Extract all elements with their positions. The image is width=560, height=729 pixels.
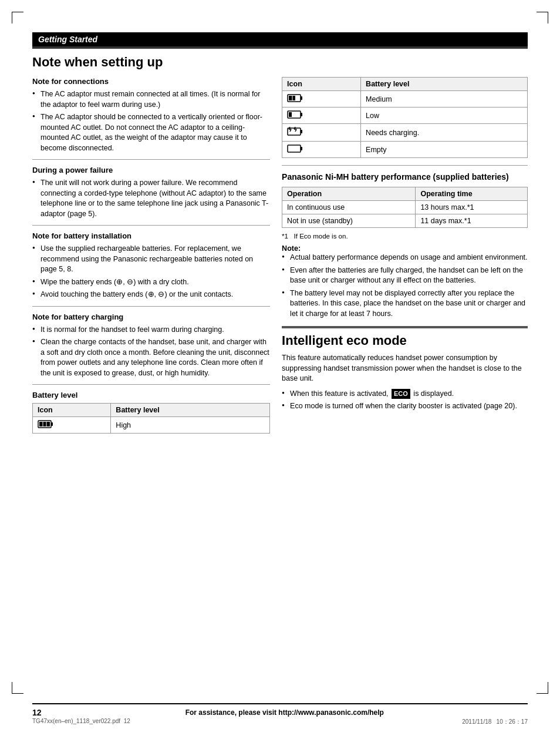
table-row: Medium bbox=[282, 91, 528, 107]
panasonic-heading: Panasonic Ni-MH battery performance (sup… bbox=[282, 172, 528, 182]
ops-row-continuous: In continuous use bbox=[282, 201, 416, 214]
list-item: It is normal for the handset to feel war… bbox=[32, 325, 270, 335]
eco-badge: ECO bbox=[392, 389, 410, 399]
battery-icon-cell bbox=[282, 91, 361, 107]
eco-mode-title: Intelligent eco mode bbox=[282, 333, 528, 348]
list-item: Even after the batteries are fully charg… bbox=[282, 266, 528, 286]
table-row: Needs charging. bbox=[282, 124, 528, 142]
table-row: Not in use (standby) 11 days max.*1 bbox=[282, 214, 528, 228]
corner-mark-br bbox=[537, 682, 548, 694]
operations-table: Operation Operating time In continuous u… bbox=[282, 187, 528, 228]
battery-high-icon bbox=[38, 419, 54, 429]
note-heading: Note: bbox=[282, 244, 528, 253]
battery-medium-icon bbox=[287, 93, 303, 103]
battery-icon-cell bbox=[33, 417, 111, 434]
footnote: *1 If Eco mode is on. bbox=[282, 233, 528, 240]
ops-time-standby: 11 days max.*1 bbox=[416, 214, 528, 228]
note-connections-heading: Note for connections bbox=[32, 77, 270, 86]
svg-rect-2 bbox=[39, 422, 50, 426]
page-container: Getting Started Note when setting up Not… bbox=[0, 0, 560, 729]
ops-row-standby: Not in use (standby) bbox=[282, 214, 416, 228]
footer-text: For assistance, please visit http://www.… bbox=[42, 708, 528, 717]
list-item: Clean the charge contacts of the handset… bbox=[32, 337, 270, 378]
battery-icon-cell bbox=[282, 124, 361, 142]
left-column: Note for connections The AC adaptor must… bbox=[32, 77, 270, 441]
power-failure-list: The unit will not work during a power fa… bbox=[32, 178, 270, 219]
page-number: 12 bbox=[32, 708, 42, 717]
battery-charging-list: It is normal for the handset to feel war… bbox=[32, 325, 270, 379]
print-footer: TG47xx(en–en)_1118_ver022.pdf 12 2011/11… bbox=[32, 718, 528, 726]
battery-charging-heading: Note for battery charging bbox=[32, 313, 270, 321]
table-header-level: Battery level bbox=[361, 78, 528, 91]
divider bbox=[32, 159, 270, 160]
divider bbox=[32, 384, 270, 385]
table-header-icon: Icon bbox=[33, 404, 111, 417]
battery-level-low: Low bbox=[361, 107, 528, 124]
battery-level-high: High bbox=[111, 417, 270, 434]
print-footer-left: TG47xx(en–en)_1118_ver022.pdf 12 bbox=[32, 718, 130, 726]
list-item: The AC adaptor must remain connected at … bbox=[32, 89, 270, 110]
table-row: High bbox=[33, 417, 270, 434]
list-item: Avoid touching the battery ends (⊕, ⊖) o… bbox=[32, 290, 270, 300]
battery-install-heading: Note for battery installation bbox=[32, 231, 270, 240]
table-header-level: Battery level bbox=[111, 404, 270, 417]
section-header-text: Getting Started bbox=[38, 35, 97, 44]
section-header: Getting Started bbox=[32, 32, 528, 46]
table-row: In continuous use 13 hours max.*1 bbox=[282, 201, 528, 214]
list-item: The battery level may not be displayed c… bbox=[282, 288, 528, 320]
print-footer-right: 2011/11/18 10：26：17 bbox=[462, 718, 528, 726]
power-failure-heading: During a power failure bbox=[32, 166, 270, 174]
two-column-layout: Note for connections The AC adaptor must… bbox=[32, 77, 528, 441]
ops-header-operation: Operation bbox=[282, 187, 416, 201]
table-row: Low bbox=[282, 107, 528, 124]
content-area: Getting Started Note when setting up Not… bbox=[32, 32, 528, 682]
svg-rect-13 bbox=[301, 130, 302, 133]
svg-rect-1 bbox=[51, 422, 53, 426]
svg-rect-10 bbox=[301, 113, 302, 116]
eco-section-divider bbox=[282, 326, 528, 328]
table-row: Empty bbox=[282, 142, 528, 158]
right-column: Icon Battery level bbox=[282, 77, 528, 441]
battery-low-icon bbox=[287, 110, 303, 119]
ops-time-continuous: 13 hours max.*1 bbox=[416, 201, 528, 214]
divider bbox=[282, 165, 528, 166]
eco-mode-bullets: When this feature is activated, ECO is d… bbox=[282, 389, 528, 412]
list-item: Eco mode is turned off when the clarity … bbox=[282, 401, 528, 412]
corner-mark-tr bbox=[537, 12, 548, 23]
page-footer: 12 For assistance, please visit http://w… bbox=[32, 703, 528, 717]
battery-level-heading: Battery level bbox=[32, 391, 270, 399]
list-item: Wipe the battery ends (⊕, ⊖) with a dry … bbox=[32, 277, 270, 288]
note-connections-list: The AC adaptor must remain connected at … bbox=[32, 89, 270, 153]
list-item: The unit will not work during a power fa… bbox=[32, 178, 270, 219]
table-header-icon: Icon bbox=[282, 78, 361, 91]
divider bbox=[32, 225, 270, 226]
section-divider-top bbox=[32, 46, 528, 49]
svg-rect-21 bbox=[301, 147, 302, 150]
divider bbox=[32, 306, 270, 307]
battery-level-table-left: Icon Battery level bbox=[32, 403, 270, 434]
battery-install-list: Use the supplied rechargeable batteries.… bbox=[32, 244, 270, 300]
list-item: When this feature is activated, ECO is d… bbox=[282, 389, 528, 399]
list-item: Use the supplied rechargeable batteries.… bbox=[32, 244, 270, 275]
eco-mode-description: This feature automatically reduces hands… bbox=[282, 353, 528, 384]
ops-header-time: Operating time bbox=[416, 187, 528, 201]
panasonic-note-list: Actual battery performance depends on us… bbox=[282, 253, 528, 319]
svg-rect-6 bbox=[301, 96, 302, 100]
battery-level-charging: Needs charging. bbox=[361, 124, 528, 142]
battery-charging-icon bbox=[287, 126, 307, 137]
battery-level-medium: Medium bbox=[361, 91, 528, 107]
battery-level-table-right: Icon Battery level bbox=[282, 77, 528, 158]
svg-rect-20 bbox=[288, 145, 301, 152]
list-item: The AC adaptor should be connected to a … bbox=[32, 112, 270, 153]
battery-icon-cell bbox=[282, 142, 361, 158]
svg-rect-11 bbox=[289, 112, 292, 117]
corner-mark-bl bbox=[12, 682, 23, 694]
battery-empty-icon bbox=[287, 144, 303, 153]
battery-icon-cell bbox=[282, 107, 361, 124]
corner-mark-tl bbox=[12, 12, 23, 23]
battery-level-empty: Empty bbox=[361, 142, 528, 158]
page-title: Note when setting up bbox=[32, 55, 528, 70]
list-item: Actual battery performance depends on us… bbox=[282, 253, 528, 263]
